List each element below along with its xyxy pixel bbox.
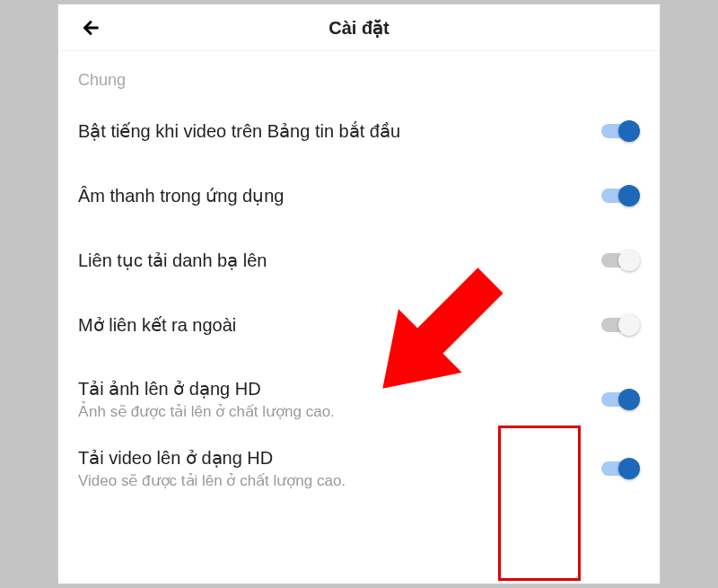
back-button[interactable] (78, 15, 103, 40)
row-label: Tải ảnh lên ở dạng HD (78, 377, 491, 400)
row-label: Tải video lên ở dạng HD (78, 446, 491, 470)
row-label: Liên tục tải danh bạ lên (78, 249, 491, 272)
toggle-contact-upload[interactable] (599, 248, 640, 273)
header: Cài đặt (58, 4, 660, 51)
row-open-links-externally[interactable]: Mở liên kết ra ngoài (58, 293, 660, 357)
toggle-in-app-sound[interactable] (599, 183, 640, 208)
row-sublabel: Ảnh sẽ được tải lên ở chất lượng cao. (78, 402, 491, 421)
section-label-general: Chung (58, 51, 660, 99)
settings-screen: Cài đặt Chung Bật tiếng khi video trên B… (57, 4, 661, 584)
row-upload-photos-hd[interactable]: Tải ảnh lên ở dạng HD Ảnh sẽ được tải lê… (58, 357, 660, 434)
row-label: Âm thanh trong ứng dụng (78, 184, 491, 207)
back-arrow-icon (81, 18, 101, 38)
row-continuous-contact-upload[interactable]: Liên tục tải danh bạ lên (58, 228, 660, 293)
toggle-sound-video-start[interactable] (599, 118, 640, 144)
row-label: Bật tiếng khi video trên Bảng tin bắt đầ… (78, 119, 491, 143)
row-in-app-sound[interactable]: Âm thanh trong ứng dụng (58, 163, 660, 228)
toggle-photos-hd[interactable] (599, 387, 640, 412)
row-sublabel: Video sẽ được tải lên ở chất lượng cao. (78, 471, 491, 490)
row-label: Mở liên kết ra ngoài (78, 313, 491, 337)
row-sound-video-start[interactable]: Bật tiếng khi video trên Bảng tin bắt đầ… (58, 99, 660, 163)
toggle-external-links[interactable] (599, 312, 640, 338)
page-title: Cài đặt (58, 17, 660, 39)
row-upload-videos-hd[interactable]: Tải video lên ở dạng HD Video sẽ được tả… (58, 434, 660, 510)
toggle-videos-hd[interactable] (599, 456, 640, 481)
